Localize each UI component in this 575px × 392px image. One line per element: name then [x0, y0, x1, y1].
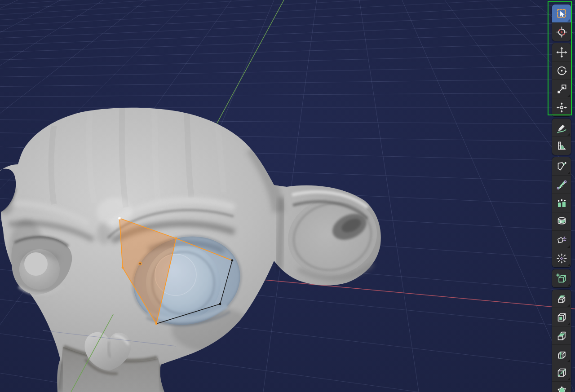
selection-overlay[interactable]	[0, 0, 575, 392]
tool-cursor[interactable]	[552, 22, 571, 41]
tool-rotate[interactable]	[552, 61, 571, 79]
face-center-dot	[139, 262, 142, 265]
tool-group-add	[552, 269, 571, 287]
vertex-selected[interactable]	[175, 238, 177, 240]
tool-group-annotate	[552, 119, 571, 155]
vertex-unselected[interactable]	[219, 303, 221, 305]
loop-cut-icon	[556, 348, 567, 360]
tool-group-mesh-edit	[552, 290, 571, 392]
tool-extrude-region[interactable]	[552, 290, 571, 308]
tool-inset-faces[interactable]	[552, 308, 571, 326]
vertex-selected[interactable]	[122, 267, 124, 269]
edge-slide-icon	[556, 179, 567, 190]
cursor-icon	[556, 26, 567, 38]
grid-line-foreground	[43, 330, 176, 346]
transform-icon	[556, 102, 567, 113]
vertex-unselected[interactable]	[231, 260, 234, 262]
rip-region-icon	[556, 161, 567, 172]
tool-measure[interactable]	[552, 137, 571, 155]
rotate-icon	[556, 65, 567, 76]
tool-add-cube[interactable]	[552, 269, 571, 287]
vertex-selected[interactable]	[155, 323, 158, 325]
tool-bevel[interactable]	[552, 326, 571, 344]
tool-transform[interactable]	[552, 98, 571, 116]
measure-icon	[556, 141, 567, 152]
tool-to-sphere[interactable]	[552, 249, 571, 267]
tool-shrink-fatten[interactable]	[552, 194, 571, 212]
shrink-fatten-icon	[556, 198, 567, 209]
tool-spin[interactable]	[552, 212, 571, 230]
tool-knife[interactable]	[552, 363, 571, 381]
scale-icon	[556, 84, 567, 95]
tool-randomize[interactable]	[552, 230, 571, 249]
bevel-icon	[556, 330, 567, 341]
active-vertex[interactable]	[118, 217, 121, 220]
tool-annotate[interactable]	[552, 119, 571, 137]
knife-icon	[556, 367, 567, 378]
tool-poly-build[interactable]	[552, 381, 571, 392]
to-sphere-icon	[556, 253, 567, 264]
tool-select-box[interactable]	[552, 4, 571, 22]
blender-3d-viewport[interactable]	[0, 0, 575, 392]
y-axis-line-foreground	[71, 314, 113, 392]
tool-group-transform	[552, 43, 571, 116]
select-box-icon	[556, 8, 567, 19]
tool-edge-slide[interactable]	[552, 175, 571, 194]
extrude-region-icon	[556, 293, 567, 304]
tool-shelf	[552, 4, 571, 392]
tool-scale[interactable]	[552, 79, 571, 98]
tool-loop-cut[interactable]	[552, 344, 571, 363]
randomize-icon	[556, 234, 567, 246]
spin-icon	[556, 216, 567, 227]
tool-rip-region[interactable]	[552, 157, 571, 175]
add-cube-icon	[556, 273, 567, 284]
tool-move[interactable]	[552, 43, 571, 61]
tool-group-select	[552, 4, 571, 41]
move-icon	[556, 47, 567, 58]
annotate-pencil-icon	[556, 122, 567, 133]
inset-faces-icon	[556, 312, 567, 323]
tool-group-deform	[552, 157, 571, 267]
poly-build-icon	[556, 385, 567, 392]
